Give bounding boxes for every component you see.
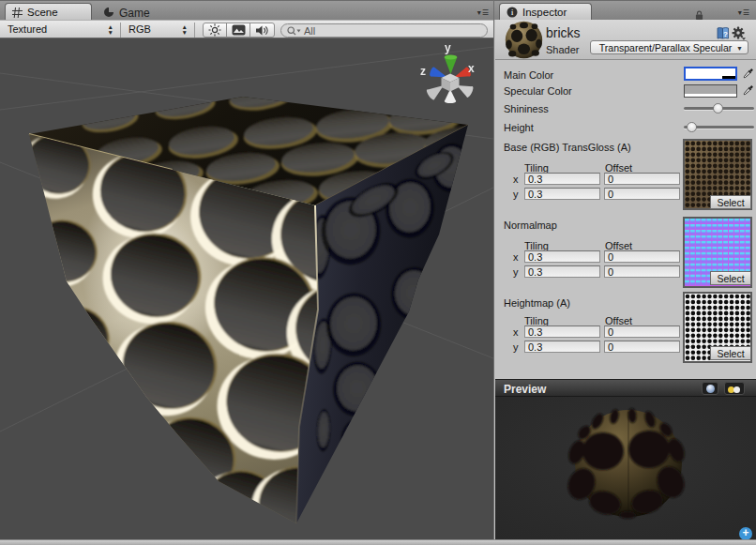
- svg-text:y: y: [445, 41, 451, 54]
- svg-text:z: z: [420, 65, 426, 78]
- svg-text:x: x: [468, 62, 475, 75]
- svg-text:?: ?: [723, 30, 728, 38]
